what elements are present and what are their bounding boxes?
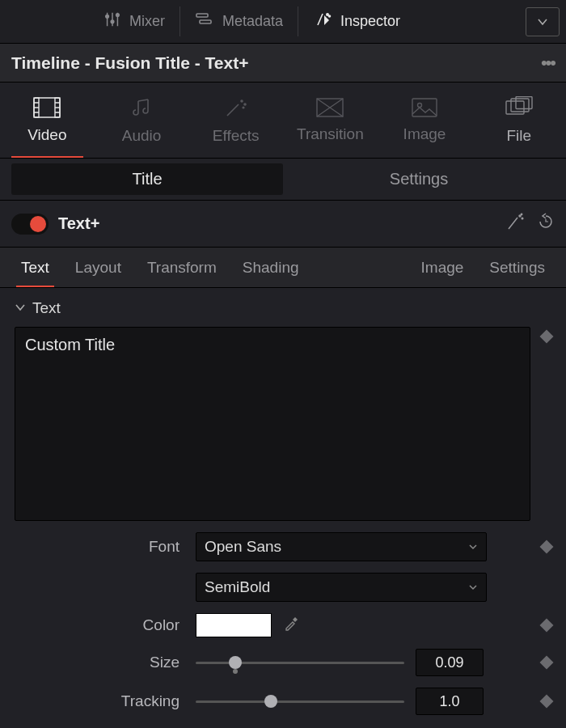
category-tab-file[interactable]: File: [471, 83, 566, 158]
subtab-label: Image: [421, 259, 464, 277]
image-icon: [412, 98, 437, 117]
panel-tab-metadata[interactable]: Metadata: [180, 0, 298, 43]
subtab-settings[interactable]: Settings: [476, 248, 558, 287]
color-swatch[interactable]: [196, 613, 272, 637]
eyedropper-icon[interactable]: [283, 616, 299, 636]
file-icon: [505, 96, 533, 119]
select-value: Open Sans: [205, 538, 281, 556]
svg-point-0: [106, 15, 109, 19]
panel-tab-mixer[interactable]: Mixer: [89, 0, 180, 43]
panel-tab-label: Metadata: [222, 13, 283, 30]
panel-tab-inspector[interactable]: Inspector: [298, 0, 415, 43]
svg-point-5: [327, 14, 328, 15]
segtab-label: Settings: [390, 170, 448, 188]
panel-tab-label: Mixer: [129, 13, 165, 30]
category-label: Image: [403, 125, 446, 143]
keyframe-diamond[interactable]: [540, 695, 554, 709]
svg-point-15: [418, 103, 422, 107]
video-icon: [33, 97, 61, 118]
panel-tab-label: Inspector: [340, 13, 400, 30]
inspector-icon: [313, 11, 332, 32]
font-family-select[interactable]: Open Sans: [196, 532, 487, 561]
font-weight-select[interactable]: SemiBold: [196, 573, 487, 602]
mode-tab-settings[interactable]: Settings: [283, 163, 555, 195]
chevron-down-icon: [468, 538, 478, 556]
svg-point-21: [521, 214, 522, 214]
svg-rect-3: [196, 14, 208, 17]
text-properties: Font Open Sans SemiBold Color Size: [0, 532, 566, 715]
more-options-button[interactable]: •••: [541, 53, 555, 74]
text-content-input[interactable]: [15, 327, 530, 521]
toggle-knob: [30, 216, 46, 232]
mode-tab-title[interactable]: Title: [11, 163, 283, 195]
inspector-category-tabs: Video Audio Effects Transition Image Fil…: [0, 83, 566, 159]
effect-tools: [506, 213, 555, 235]
subtab-label: Text: [21, 259, 49, 277]
subtab-label: Layout: [75, 259, 121, 277]
category-tab-effects[interactable]: Effects: [188, 83, 283, 158]
effect-name: Text+: [58, 214, 99, 233]
svg-rect-14: [412, 99, 437, 116]
subtab-layout[interactable]: Layout: [62, 248, 134, 287]
category-label: Effects: [213, 127, 260, 145]
category-tab-transition[interactable]: Transition: [283, 83, 378, 158]
category-label: Transition: [297, 125, 364, 143]
category-tab-image[interactable]: Image: [378, 83, 472, 158]
subtab-label: Transform: [147, 259, 217, 277]
category-tab-audio[interactable]: Audio: [95, 83, 189, 158]
clip-title: Timeline - Fusion Title - Text+: [11, 53, 248, 73]
mixer-icon: [103, 11, 121, 32]
svg-point-2: [116, 14, 120, 17]
top-panel-tabs: Mixer Metadata Inspector: [0, 0, 566, 44]
size-label: Size: [15, 654, 184, 671]
color-label: Color: [15, 616, 184, 634]
color-row: Color: [15, 613, 551, 637]
subtab-label: Shading: [243, 259, 299, 277]
subtab-image[interactable]: Image: [408, 248, 477, 287]
tracking-slider[interactable]: [196, 693, 404, 709]
chevron-down-icon: [537, 16, 548, 28]
subtab-shading[interactable]: Shading: [230, 248, 312, 287]
size-slider[interactable]: [196, 654, 404, 671]
svg-point-10: [241, 100, 243, 102]
subtab-transform[interactable]: Transform: [134, 248, 230, 287]
category-tab-video[interactable]: Video: [0, 83, 95, 158]
svg-point-12: [243, 107, 244, 108]
keyframe-diamond[interactable]: [540, 656, 554, 670]
select-value: SemiBold: [205, 578, 270, 596]
tracking-input[interactable]: [416, 688, 484, 715]
tracking-row: Tracking: [15, 688, 551, 715]
effect-subtabs: Text Layout Transform Shading Image Sett…: [0, 248, 566, 288]
audio-icon: [130, 96, 153, 119]
effect-header: Text+: [0, 201, 566, 248]
subtab-label: Settings: [489, 259, 545, 277]
keyframe-diamond[interactable]: [540, 540, 554, 554]
size-row: Size: [15, 649, 551, 676]
text-content-row: [15, 327, 551, 521]
panel-dropdown-button[interactable]: [526, 7, 560, 36]
effect-reset-icon[interactable]: [537, 213, 555, 235]
segtab-label: Title: [132, 170, 162, 188]
font-row: Font Open Sans: [15, 532, 551, 561]
svg-point-19: [519, 215, 521, 217]
effect-versions-icon[interactable]: [506, 213, 526, 235]
svg-rect-4: [200, 20, 211, 23]
chevron-down-icon: [468, 578, 478, 596]
text-section: Text: [0, 288, 566, 521]
chevron-down-icon: [15, 299, 26, 317]
keyframe-diamond[interactable]: [540, 619, 554, 633]
font-label: Font: [15, 538, 184, 556]
subtab-text[interactable]: Text: [8, 248, 62, 287]
inspector-mode-tabs: Title Settings: [0, 159, 566, 201]
category-label: Audio: [122, 127, 162, 145]
effect-enable-toggle[interactable]: [11, 214, 49, 235]
size-input[interactable]: [416, 649, 484, 676]
svg-point-11: [244, 104, 246, 105]
tracking-label: Tracking: [15, 692, 184, 710]
section-header-text[interactable]: Text: [15, 299, 551, 317]
effects-icon: [224, 96, 248, 119]
section-title: Text: [32, 299, 61, 317]
category-label: File: [506, 127, 531, 145]
keyframe-diamond[interactable]: [540, 330, 554, 344]
svg-point-20: [522, 218, 523, 219]
